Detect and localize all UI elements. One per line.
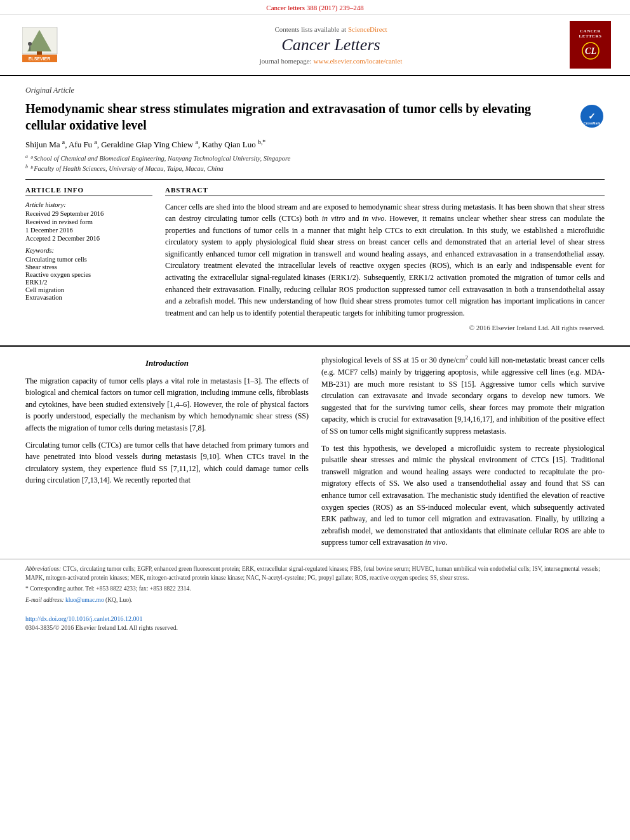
article-info-title: ARTICLE INFO bbox=[25, 186, 152, 196]
article-info-panel: ARTICLE INFO Article history: Received 2… bbox=[25, 186, 152, 332]
sciencedirect-prefix: Contents lists available at bbox=[274, 25, 347, 33]
abstract-text: Cancer cells are shed into the blood str… bbox=[165, 201, 605, 319]
article-info-abstract-row: ARTICLE INFO Article history: Received 2… bbox=[25, 186, 605, 332]
doi-anchor[interactable]: http://dx.doi.org/10.1016/j.canlet.2016.… bbox=[25, 615, 143, 622]
right-body-column: physiological levels of SS at 15 or 30 d… bbox=[321, 354, 605, 554]
authors: Shijun Ma a, Afu Fu a, Geraldine Giap Yi… bbox=[25, 140, 605, 150]
history-label: Article history: bbox=[25, 201, 152, 208]
article-content: Original Article Hemodynamic shear stres… bbox=[0, 76, 630, 338]
footnotes-section: Abbreviations: CTCs, circulating tumor c… bbox=[0, 559, 630, 611]
copyright-line: © 2016 Elsevier Ireland Ltd. All rights … bbox=[165, 324, 605, 331]
body-columns: Introduction The migration capacity of t… bbox=[0, 354, 630, 554]
right-para-2: To test this hypothesis, we developed a … bbox=[321, 443, 605, 549]
divider-line bbox=[25, 179, 605, 180]
svg-text:ELSEVIER: ELSEVIER bbox=[29, 57, 51, 61]
journal-logo-right: CANCER LETTERS CL bbox=[560, 21, 611, 69]
email-line: E-mail address: kluo@umac.mo (KQ, Luo). bbox=[25, 596, 605, 604]
crossmark-badge[interactable]: ✓ CrossMark bbox=[579, 103, 605, 129]
affiliation-b: b ᵇ Faculty of Health Sciences, Universi… bbox=[25, 164, 605, 174]
keyword-5: Cell migration bbox=[25, 286, 152, 293]
received-date: Received 29 September 2016 bbox=[25, 210, 152, 217]
keyword-3: Reactive oxygen species bbox=[25, 271, 152, 278]
keyword-6: Extravasation bbox=[25, 294, 152, 301]
homepage-prefix: journal homepage: bbox=[260, 57, 314, 65]
abbreviations-label: Abbreviations: bbox=[25, 566, 61, 572]
intro-para-2: Circulating tumor cells (CTCs) are tumor… bbox=[25, 439, 309, 486]
svg-text:CrossMark: CrossMark bbox=[584, 121, 600, 125]
keywords-section: Keywords: Circulating tumor cells Shear … bbox=[25, 247, 152, 301]
svg-text:✓: ✓ bbox=[588, 111, 596, 121]
elsevier-logo-area: ELSEVIER bbox=[19, 27, 102, 62]
right-para-1: physiological levels of SS at 15 or 30 d… bbox=[321, 354, 605, 437]
journal-header-center: Contents lists available at ScienceDirec… bbox=[102, 25, 560, 65]
doi-link: http://dx.doi.org/10.1016/j.canlet.2016.… bbox=[25, 615, 605, 622]
article-title-row: Hemodynamic shear stress stimulates migr… bbox=[25, 100, 605, 133]
introduction-heading: Introduction bbox=[25, 357, 309, 370]
affiliation-a: a ᵃ School of Chemical and Biomedical En… bbox=[25, 154, 605, 164]
homepage-link[interactable]: www.elsevier.com/locate/canlet bbox=[314, 57, 403, 65]
author-email[interactable]: kluo@umac.mo bbox=[65, 597, 104, 603]
keyword-1: Circulating tumor cells bbox=[25, 256, 152, 263]
abbreviations-line: Abbreviations: CTCs, circulating tumor c… bbox=[25, 564, 605, 583]
journal-homepage: journal homepage: www.elsevier.com/locat… bbox=[102, 57, 560, 65]
article-type: Original Article bbox=[25, 86, 605, 95]
journal-header: ELSEVIER Contents lists available at Sci… bbox=[0, 15, 630, 76]
intro-para-1: The migration capacity of tumor cells pl… bbox=[25, 375, 309, 434]
svg-point-3 bbox=[28, 42, 32, 46]
svg-text:CL: CL bbox=[585, 46, 596, 56]
cl-logo-svg: CL bbox=[581, 41, 600, 60]
corresponding-author-line: * Corresponding author. Tel: +853 8822 4… bbox=[25, 584, 605, 593]
keyword-2: Shear stress bbox=[25, 263, 152, 270]
journal-citation: Cancer letters 388 (2017) 239–248 bbox=[0, 0, 630, 15]
crossmark-svg: ✓ CrossMark bbox=[581, 105, 603, 127]
received-revised-date: 1 December 2016 bbox=[25, 227, 152, 234]
issn-line: 0304-3835/© 2016 Elsevier Ireland Ltd. A… bbox=[25, 624, 605, 631]
elsevier-logo-svg: ELSEVIER bbox=[22, 27, 98, 62]
cancer-letters-badge: CANCER LETTERS CL bbox=[570, 21, 611, 69]
article-history: Article history: Received 29 September 2… bbox=[25, 201, 152, 242]
footnotes-text: Abbreviations: CTCs, circulating tumor c… bbox=[25, 564, 605, 604]
abstract-title: ABSTRACT bbox=[165, 186, 605, 196]
received-revised-label: Received in revised form bbox=[25, 218, 152, 225]
main-divider bbox=[0, 345, 630, 347]
elsevier-logo: ELSEVIER bbox=[19, 27, 102, 62]
citation-text: Cancer letters 388 (2017) 239–248 bbox=[266, 4, 363, 11]
keyword-4: ERK1/2 bbox=[25, 279, 152, 286]
bottom-links: http://dx.doi.org/10.1016/j.canlet.2016.… bbox=[0, 611, 630, 634]
sciencedirect-link: Contents lists available at ScienceDirec… bbox=[102, 25, 560, 33]
article-title: Hemodynamic shear stress stimulates migr… bbox=[25, 100, 579, 133]
accepted-date: Accepted 2 December 2016 bbox=[25, 235, 152, 242]
affiliations: a ᵃ School of Chemical and Biomedical En… bbox=[25, 154, 605, 174]
abstract-section: ABSTRACT Cancer cells are shed into the … bbox=[165, 186, 605, 332]
sciencedirect-anchor[interactable]: ScienceDirect bbox=[348, 25, 387, 33]
left-body-column: Introduction The migration capacity of t… bbox=[25, 354, 309, 554]
crossmark-icon: ✓ CrossMark bbox=[580, 105, 603, 128]
journal-title: Cancer Letters bbox=[102, 36, 560, 55]
keywords-label: Keywords: bbox=[25, 247, 152, 254]
email-label: E-mail address: bbox=[25, 597, 64, 603]
